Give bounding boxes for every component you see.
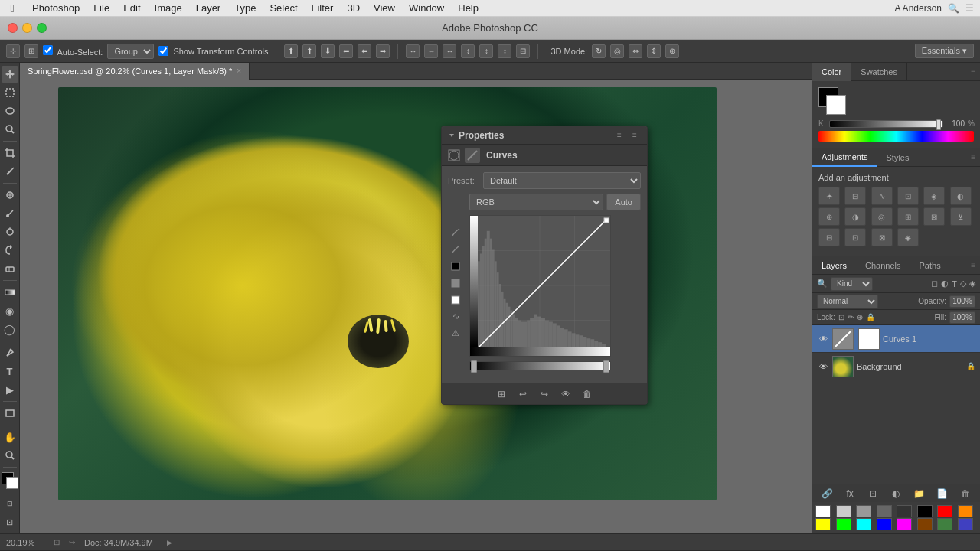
auto-select-checkbox[interactable]	[43, 45, 53, 55]
adj-levels[interactable]: ⊟	[844, 187, 866, 205]
lock-all-icon[interactable]: 🔒	[866, 313, 875, 321]
layers-panel-close[interactable]: ≡	[966, 261, 980, 269]
curves-tool-1[interactable]	[448, 225, 463, 240]
delete-btn[interactable]: 🗑	[580, 386, 595, 402]
adj-selective-color[interactable]: ◈	[897, 228, 919, 246]
adj-posterize[interactable]: ⊟	[818, 228, 840, 246]
align-top-icon[interactable]: ⬆	[284, 44, 298, 58]
add-style-btn[interactable]: fx	[842, 486, 858, 501]
lock-move-icon[interactable]: ⊕	[857, 313, 863, 321]
kind-shape-icon[interactable]: ◇	[960, 279, 966, 289]
swatch-orange[interactable]	[958, 505, 973, 517]
path-selection-tool[interactable]: ▶	[2, 381, 18, 398]
color-spectrum[interactable]	[818, 131, 974, 142]
redo-btn[interactable]: ↪	[537, 386, 552, 402]
marquee-tool[interactable]	[2, 84, 18, 101]
blend-mode-select[interactable]: Normal Multiply Screen	[817, 295, 878, 308]
swatch-blue[interactable]	[877, 518, 892, 530]
curves-tool-wavy[interactable]: ∿	[448, 309, 463, 324]
swatch-brown[interactable]	[917, 518, 933, 530]
layer-background[interactable]: 👁 Background 🔒	[812, 353, 980, 380]
reset-btn[interactable]: ↩	[515, 386, 531, 402]
pen-tool[interactable]	[2, 344, 18, 361]
curves-graph[interactable]	[469, 215, 611, 357]
menu-select[interactable]: Select	[263, 1, 303, 15]
spot-healing-tool[interactable]	[2, 187, 18, 204]
curves-tab-active[interactable]	[465, 148, 480, 163]
adj-curves[interactable]: ∿	[871, 187, 893, 205]
lock-transparent-icon[interactable]: ⊡	[838, 313, 844, 321]
properties-collapse-icon[interactable]	[448, 132, 456, 139]
close-button[interactable]	[8, 23, 18, 33]
menu-filter[interactable]: Filter	[305, 1, 340, 15]
3d-scale-icon[interactable]: ⊕	[665, 44, 679, 58]
adj-threshold[interactable]: ⊡	[844, 228, 866, 246]
adj-color-balance[interactable]: ⊕	[818, 207, 840, 226]
channels-tab-btn[interactable]: Channels	[856, 256, 910, 275]
3d-roll-icon[interactable]: ◎	[610, 44, 624, 58]
maximize-button[interactable]	[37, 23, 47, 33]
blur-tool[interactable]: ◉	[2, 302, 18, 319]
swatch-dgreen[interactable]	[937, 518, 952, 530]
visibility-btn[interactable]: 👁	[558, 386, 573, 402]
swatch-gray[interactable]	[856, 505, 871, 517]
brush-tool[interactable]	[2, 205, 18, 222]
align-left-icon[interactable]: ⬅	[339, 44, 353, 58]
quick-select-tool[interactable]	[2, 121, 18, 138]
create-adjustment-btn[interactable]: ◐	[888, 486, 903, 501]
adj-gradient-map[interactable]: ⊠	[871, 228, 893, 246]
distribute-center-icon[interactable]: ↔	[424, 44, 438, 58]
swatch-red[interactable]	[937, 505, 952, 517]
zoom-tool[interactable]	[2, 447, 18, 464]
move-tool-icon[interactable]: ⊹	[6, 44, 20, 58]
3d-drag-icon[interactable]: ⇔	[629, 44, 642, 58]
move-tool[interactable]	[2, 66, 18, 83]
rectangle-tool[interactable]	[2, 405, 18, 422]
curves-tool-eyedrop-black[interactable]	[448, 259, 463, 274]
add-to-canvas-btn[interactable]: ⊞	[494, 386, 509, 402]
3d-rotate-icon[interactable]: ↻	[592, 44, 606, 58]
menu-help[interactable]: Help	[452, 1, 485, 15]
kind-smart-icon[interactable]: ◈	[969, 279, 975, 289]
preset-select[interactable]: Default Linear Contrast Strong Contrast	[483, 172, 641, 189]
distribute-extra-icon[interactable]: ⊟	[516, 44, 530, 58]
curves-tool-eyedrop-white[interactable]	[448, 292, 463, 308]
create-group-btn[interactable]: 📁	[912, 486, 927, 501]
adj-panel-close[interactable]: ≡	[966, 153, 980, 161]
output-slider-left-handle[interactable]	[471, 360, 477, 373]
menu-type[interactable]: Type	[228, 1, 262, 15]
swatch-lgray[interactable]	[836, 505, 851, 517]
menu-layer[interactable]: Layer	[190, 1, 227, 15]
k-slider[interactable]	[829, 120, 943, 128]
dodge-tool[interactable]: ◯	[2, 321, 18, 337]
swatch-green[interactable]	[836, 518, 851, 530]
clone-stamp-tool[interactable]	[2, 223, 18, 240]
distribute-top-icon[interactable]: ↕	[461, 44, 475, 58]
hand-tool[interactable]: ✋	[2, 429, 18, 445]
nav-icon-1[interactable]: ⊡	[51, 536, 63, 549]
output-slider-right-handle[interactable]	[603, 360, 609, 373]
distribute-middle-icon[interactable]: ↕	[479, 44, 493, 58]
background-color[interactable]	[6, 477, 18, 489]
menu-image[interactable]: Image	[149, 1, 188, 15]
align-middle-icon[interactable]: ⬆	[302, 44, 316, 58]
opacity-input[interactable]	[949, 295, 975, 308]
bg-swatch[interactable]	[826, 95, 846, 115]
swatch-vdgray[interactable]	[897, 505, 912, 517]
kind-select[interactable]: Kind Name Effect	[831, 277, 873, 291]
swatches-tab[interactable]: Swatches	[851, 63, 907, 81]
curves-tool-2[interactable]	[448, 242, 463, 257]
crop-tool[interactable]	[2, 145, 18, 161]
kind-type-icon[interactable]: T	[952, 279, 957, 289]
align-right-icon[interactable]: ➡	[376, 44, 390, 58]
panel-expand-btn[interactable]: ≡	[613, 129, 626, 142]
swatch-white[interactable]	[815, 505, 831, 517]
lock-pixels-icon[interactable]: ✏	[848, 313, 854, 321]
swatch-magenta[interactable]	[897, 518, 912, 530]
swatch-black[interactable]	[917, 505, 933, 517]
adj-hue-sat[interactable]: ◐	[950, 187, 972, 205]
eyedropper-tool[interactable]	[2, 163, 18, 180]
lasso-tool[interactable]	[2, 103, 18, 119]
bg-visibility[interactable]: 👁	[817, 360, 829, 373]
align-center-icon[interactable]: ⬅	[358, 44, 371, 58]
